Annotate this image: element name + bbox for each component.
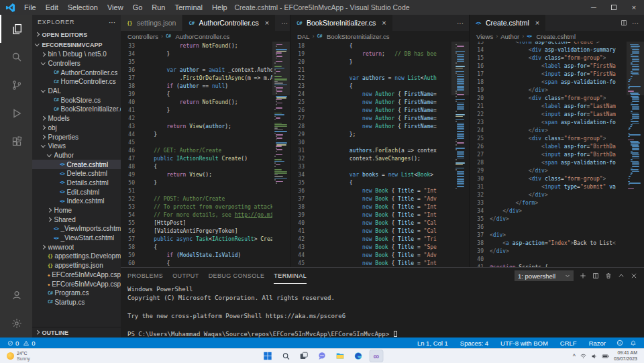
code-line[interactable]: 44 } — [121, 131, 272, 139]
code-line[interactable]: 38 if (author == null) — [121, 83, 272, 91]
panel-tab-output[interactable]: OUTPUT — [172, 268, 199, 284]
taskbar-clock[interactable]: 09:41 AM 03/07/2023 — [614, 350, 637, 362]
code-line[interactable]: 35 — [121, 58, 272, 66]
code-line[interactable]: 60 { — [121, 260, 272, 267]
code-lines[interactable]: 33 return NotFound();34 }3536 var author… — [121, 42, 272, 267]
tree-item-details-cshtml[interactable]: <>Details.cshtml — [32, 178, 121, 188]
code-line[interactable]: 27 <input asp-for="BirthDa — [470, 151, 627, 159]
code-line[interactable]: 23 <span asp-validation-fo — [470, 119, 627, 127]
code-line[interactable]: 21 <label asp-for="LastNam — [470, 103, 627, 111]
tab-authorcontroller-cs[interactable]: C#AuthorController.cs× — [182, 15, 276, 31]
split-editor-icon[interactable] — [621, 19, 627, 26]
new-terminal-icon[interactable] — [580, 272, 586, 279]
code-line[interactable]: 35 { — [290, 179, 451, 187]
feedback-icon[interactable] — [614, 338, 625, 348]
status-utf-8-with-bom[interactable]: UTF-8 with BOM — [498, 338, 550, 348]
tree-item-create-cshtml[interactable]: <>Create.cshtml — [32, 160, 121, 169]
code-line[interactable]: 25 new Author { FirstName= — [290, 99, 451, 107]
more-actions-icon[interactable]: ··· — [632, 19, 639, 27]
tree-item-bookstore-cs[interactable]: C#BookStore.cs — [32, 95, 121, 105]
code-line[interactable]: 27 new Author { FirstName= — [290, 115, 451, 123]
tree-item-viewstart-cshtml[interactable]: <>_ViewStart.cshtml — [32, 234, 121, 243]
tree-item-controllers[interactable]: Controllers — [32, 59, 121, 68]
code-line[interactable]: 25 <div class="form-group"> — [470, 135, 627, 143]
code-line[interactable]: 35</div> — [470, 215, 627, 223]
tree-item-models[interactable]: Models — [32, 114, 121, 123]
code-line[interactable]: 32 </div> — [470, 191, 627, 199]
taskbar-start-icon[interactable] — [261, 350, 275, 362]
status-crlf[interactable]: CRLF — [558, 338, 579, 348]
code-line[interactable]: 39 { — [121, 91, 272, 99]
tray-expand-icon[interactable]: ^ — [573, 353, 576, 360]
close-tab-icon[interactable]: × — [382, 19, 386, 27]
code-line[interactable]: 40 new Book { Title = "Cal — [290, 219, 451, 227]
more-actions-icon[interactable]: ··· — [457, 19, 464, 27]
code-line[interactable]: 31 <input type="submit" va — [470, 183, 627, 191]
code-line[interactable]: 56 [ValidateAntiForgeryToken] — [121, 227, 272, 236]
code-line[interactable]: 49 return View(); — [121, 171, 272, 179]
more-actions-icon[interactable]: ··· — [281, 19, 288, 27]
code-line[interactable]: 32 context.SaveChanges(); — [290, 155, 451, 163]
code-line[interactable]: 37<div> — [470, 231, 627, 240]
taskbar-chat-icon[interactable] — [315, 350, 329, 362]
tree-item-viewimports-cshtml[interactable]: <>_ViewImports.cshtml — [32, 224, 121, 234]
panel-tab-terminal[interactable]: TERMINAL — [274, 268, 307, 284]
code-line[interactable]: 23 { — [290, 83, 451, 91]
code-line[interactable]: 40 — [470, 256, 627, 264]
activity-explorer-icon[interactable] — [0, 15, 32, 43]
tree-item-efcore5inmvcapp-csproj[interactable]: ◆EFCore5InMvcApp.csproj — [32, 270, 121, 280]
code-line[interactable]: 22 var authors = new List<Auth — [290, 74, 451, 83]
menu-file[interactable]: File — [19, 0, 41, 15]
code-line[interactable]: 42 new Book { Title = "Tri — [290, 236, 451, 244]
tree-item-delete-cshtml[interactable]: <>Delete.cshtml — [32, 169, 121, 178]
taskbar-visual-studio-icon[interactable]: ∞ — [370, 350, 384, 362]
close-panel-icon[interactable] — [631, 272, 637, 279]
tab-bookstoreinitializer-cs[interactable]: C#BookStoreInitializer.cs× — [290, 15, 393, 31]
tree-item-authorcontroller-cs[interactable]: C#AuthorController.cs — [32, 68, 121, 77]
tree-item-bin-debug-net5-0[interactable]: bin \ Debug \ net5.0 — [32, 50, 121, 59]
code-line[interactable]: 31 authors.ForEach(a => contex — [290, 147, 451, 155]
code-line[interactable]: 33 — [290, 163, 451, 171]
tree-item-startup-cs[interactable]: C#Startup.cs — [32, 298, 121, 307]
breadcrumb[interactable]: DAL›C#BookStoreInitializer.cs — [290, 31, 469, 42]
menu-go[interactable]: Go — [128, 0, 148, 15]
taskbar-search-icon[interactable] — [279, 350, 293, 362]
code-line[interactable]: 30 — [290, 139, 451, 147]
code-line[interactable]: 26 new Author { FirstName= — [290, 107, 451, 115]
code-line[interactable]: 45 new Book { Title = "Int — [290, 260, 451, 267]
code-line[interactable]: 44 new Book { Title = "Adv — [290, 252, 451, 260]
code-line[interactable]: 40 return NotFound(); — [121, 99, 272, 107]
close-tab-icon[interactable]: × — [265, 19, 269, 27]
panel-tab-problems[interactable]: PROBLEMS — [127, 268, 163, 284]
code-line[interactable]: 57 public async Task<IActionResult> Crea… — [121, 236, 272, 244]
code-line[interactable]: 45 — [121, 139, 272, 147]
explorer-more-actions-icon[interactable]: ··· — [109, 19, 115, 26]
code-line[interactable]: 55 [HttpPost] — [121, 219, 272, 227]
code-line[interactable]: 42 — [121, 115, 272, 123]
menu-run[interactable]: Run — [147, 0, 170, 15]
tree-item-obj[interactable]: obj — [32, 123, 121, 133]
status-spaces-4[interactable]: Spaces: 4 — [458, 338, 490, 348]
wifi-icon[interactable] — [580, 353, 587, 360]
tree-item-wwwroot[interactable]: wwwroot — [32, 242, 121, 252]
activity-account-icon[interactable] — [0, 281, 32, 309]
code-line[interactable]: 30 <div class="form-group"> — [470, 175, 627, 183]
code-line[interactable]: 19 </div> — [470, 87, 627, 95]
code-line[interactable]: 13 <form asp-action="Create"> — [470, 42, 627, 46]
code-line[interactable]: 19 return; // DB has bee — [290, 50, 451, 58]
minimap[interactable] — [272, 42, 290, 267]
code-line[interactable]: 52 // POST: Author/Create — [121, 195, 272, 203]
code-line[interactable]: 28 new Author { FirstName= — [290, 123, 451, 131]
code-line[interactable]: 26 <label asp-for="BirthDa — [470, 143, 627, 151]
tree-item-dal[interactable]: DAL — [32, 87, 121, 96]
kill-terminal-icon[interactable] — [605, 272, 612, 279]
code-line[interactable]: 22 <input asp-for="LastNam — [470, 111, 627, 119]
outline-section[interactable]: OUTLINE — [32, 327, 121, 338]
code-line[interactable]: 54 // For more details, see http://go.mi… — [121, 211, 272, 219]
minimize-button[interactable]: ─ — [584, 0, 604, 15]
code-line[interactable]: 34 </div> — [470, 207, 627, 215]
terminal-shell-select[interactable]: 1: powershell — [515, 270, 574, 281]
code-line[interactable]: 18 <span asp-validation-fo — [470, 79, 627, 87]
code-line[interactable]: 24 new Author { FirstName= — [290, 91, 451, 99]
code-line[interactable]: 29 }; — [290, 131, 451, 139]
